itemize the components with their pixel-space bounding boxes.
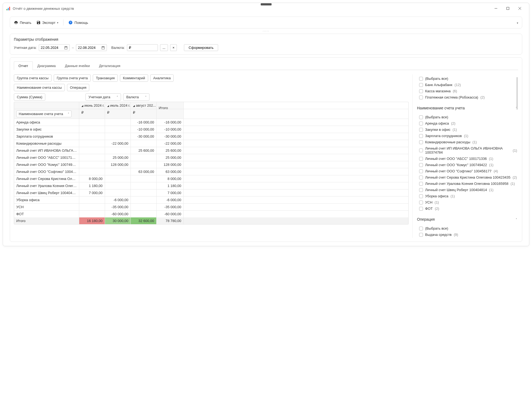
filter-item[interactable]: Платежная система (Робокасса) (2) xyxy=(418,94,518,100)
filter-count: (9) xyxy=(454,233,458,237)
checkbox[interactable] xyxy=(419,182,423,186)
table-row[interactable]: Личный счет Уралова Ксения Олеговна 1...… xyxy=(14,182,408,189)
chip-group-kassa[interactable]: Группа счета кассы xyxy=(14,74,52,82)
filter-item[interactable]: (Выбрать все) xyxy=(418,75,518,82)
calendar-icon[interactable] xyxy=(101,46,105,50)
filter-item[interactable]: Личный счет ИП ИВАНОВА ОЛЬГА ИВАНОВНА 10… xyxy=(418,145,518,156)
table-row[interactable]: Личный счет Серова Кристина Олеговна...8… xyxy=(14,175,408,182)
filter-item[interactable]: Личный счет ООО "АБСС" 100171336 (1) xyxy=(418,156,518,162)
filter-item[interactable]: Личный счет Серова Кристина Олеговна 100… xyxy=(418,174,518,180)
checkbox[interactable] xyxy=(419,176,423,179)
checkbox[interactable] xyxy=(419,77,423,81)
filter-group-uchet[interactable]: Наименование счета учета ˄ xyxy=(416,103,518,113)
tab-cell-data[interactable]: Данные ячейки xyxy=(60,61,94,70)
filter-item[interactable]: (Выбрать все) xyxy=(418,114,518,120)
cell-jun: 1 180,00 xyxy=(79,182,105,189)
chip-analytics[interactable]: Аналитика xyxy=(150,74,174,82)
checkbox[interactable] xyxy=(419,122,423,125)
filter-item[interactable]: Личный счет ООО "Софтико" 100456177 (4) xyxy=(418,168,518,174)
row-field-chip[interactable]: Наименование счета учета ˄ xyxy=(16,110,72,117)
table-row[interactable]: Личный счет ИП ИВАНОВА ОЛЬГА ИВАН...25 6… xyxy=(14,147,408,154)
currency-more-button[interactable]: ... xyxy=(160,44,168,51)
date-from-input[interactable] xyxy=(39,44,70,51)
panel-resize-handle[interactable]: ····· xyxy=(3,30,529,33)
filter-item[interactable]: ФОТ (2) xyxy=(418,205,518,212)
filter-item[interactable]: Личный счет Уралова Ксения Олеговна 1001… xyxy=(418,180,518,187)
table-row[interactable]: Личный счет ООО "Софтико" 10045617763 00… xyxy=(14,168,408,175)
filter-item[interactable]: Личный счет ООО "Комус" 100749422 (1) xyxy=(418,162,518,168)
table-row[interactable]: Личный счет ООО "Комус" 100749422128 000… xyxy=(14,161,408,168)
chip-comment[interactable]: Комментарий xyxy=(120,74,148,82)
chip-operation[interactable]: Операция xyxy=(67,84,90,91)
table-row[interactable]: Аренда офиса-16 000,00-16 000,00 xyxy=(14,119,408,126)
checkbox[interactable] xyxy=(419,115,423,119)
maximize-button[interactable] xyxy=(502,5,514,12)
filter-item[interactable]: Зарплата сотрудников (1) xyxy=(418,133,518,139)
currency-clear-button[interactable]: × xyxy=(170,44,177,51)
generate-button[interactable]: Сформировать xyxy=(184,44,218,51)
table-row[interactable]: Зарплата сотрудников-30 000,00-30 000,00 xyxy=(14,133,408,140)
filter-item[interactable]: УСН (1) xyxy=(418,199,518,205)
filter-item[interactable]: Закупки в офис (1) xyxy=(418,126,518,133)
checkbox[interactable] xyxy=(419,169,423,173)
checkbox[interactable] xyxy=(419,89,423,93)
date-to-value[interactable] xyxy=(78,46,100,50)
date-to-input[interactable] xyxy=(76,44,107,51)
currency-value[interactable] xyxy=(129,46,156,50)
checkbox[interactable] xyxy=(419,140,423,144)
chip-group-uchet[interactable]: Группа счета учета xyxy=(54,74,91,82)
minimize-button[interactable] xyxy=(490,5,502,12)
tab-detail[interactable]: Детализация xyxy=(94,61,125,70)
checkbox[interactable] xyxy=(419,83,423,87)
filter-item[interactable]: Командировочные расходы (1) xyxy=(418,139,518,145)
chip-currency-column[interactable]: Валюта ˄ xyxy=(123,93,149,101)
help-button[interactable]: ? Помощь xyxy=(68,20,88,25)
checkbox[interactable] xyxy=(419,227,423,230)
checkbox[interactable] xyxy=(419,201,423,204)
table-row[interactable]: ФОТ-60 000,00-60 000,00 xyxy=(14,211,408,217)
currency-input[interactable] xyxy=(127,44,158,51)
col-jul[interactable]: ◢июль 2024 г. xyxy=(105,102,131,109)
scrollbar[interactable] xyxy=(517,74,518,238)
filter-item[interactable]: Аренда офиса (2) xyxy=(418,120,518,126)
checkbox[interactable] xyxy=(419,128,423,132)
table-row[interactable]: Уборка офиса-6 000,00-6 000,00 xyxy=(14,197,408,204)
chip-date-column[interactable]: Учетная дата ˄ xyxy=(85,93,121,101)
filter-item[interactable]: Выдача средств (9) xyxy=(418,232,518,238)
filter-item[interactable]: Личный счет Швец Роберт 100404814 (1) xyxy=(418,187,518,193)
checkbox[interactable] xyxy=(419,163,423,167)
checkbox[interactable] xyxy=(419,148,423,152)
print-button[interactable]: Печать xyxy=(14,20,31,25)
col-jun[interactable]: ◢июнь 2024 г. xyxy=(79,102,105,109)
window-resize-handle[interactable] xyxy=(261,3,272,5)
checkbox[interactable] xyxy=(419,233,423,237)
checkbox[interactable] xyxy=(419,194,423,198)
filter-group-operation[interactable]: Операция ˄ xyxy=(416,214,518,224)
table-row[interactable]: Личный счет ООО "АБСС" 10017133625 000,0… xyxy=(14,154,408,161)
checkbox[interactable] xyxy=(419,157,423,161)
checkbox[interactable] xyxy=(419,207,423,211)
col-aug[interactable]: ◢август 202... xyxy=(131,102,157,109)
table-row[interactable]: Закупки в офис-10 000,00-10 000,00 xyxy=(14,126,408,133)
filter-item[interactable]: Уборка офиса (1) xyxy=(418,193,518,199)
checkbox[interactable] xyxy=(419,96,423,99)
calendar-icon[interactable] xyxy=(64,46,68,50)
checkbox[interactable] xyxy=(419,188,423,192)
filter-item[interactable]: Банк Альфабанк (12) xyxy=(418,82,518,88)
table-row[interactable]: УСН-35 000,00-35 000,00 xyxy=(14,204,408,211)
table-row[interactable]: Командировочные расходы-22 000,00-22 000… xyxy=(14,140,408,147)
table-row[interactable]: Личный счет Швец Роберт 1004048147 000,0… xyxy=(14,189,408,197)
filter-item[interactable]: (Выбрать все) xyxy=(418,225,518,232)
close-button[interactable] xyxy=(514,5,526,12)
tab-report[interactable]: Отчет xyxy=(14,61,33,70)
tab-diagram[interactable]: Диаграмма xyxy=(33,61,60,70)
checkbox[interactable] xyxy=(419,134,423,138)
chip-sum[interactable]: Сумма (Сумма) xyxy=(14,93,45,101)
filter-item[interactable]: Касса магазина (6) xyxy=(418,88,518,94)
export-button[interactable]: Экспорт ▾ xyxy=(36,20,59,25)
row-name: Личный счет ООО "Софтико" 100456177 xyxy=(14,168,79,175)
chip-name-kassa[interactable]: Наименование счета кассы xyxy=(14,84,65,91)
chip-transaction[interactable]: Транзакция xyxy=(93,74,117,82)
toolbar-collapse-button[interactable]: ▾ xyxy=(517,21,518,25)
date-from-value[interactable] xyxy=(41,46,62,50)
